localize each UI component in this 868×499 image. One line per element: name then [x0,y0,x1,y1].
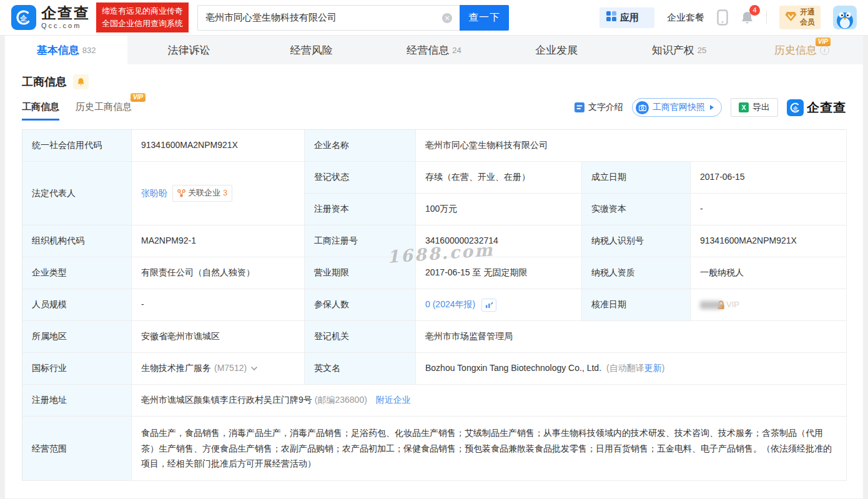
field-label-reg-authority: 登记机关 [305,321,416,353]
qcc-watermark-logo: 企 企查查 [787,99,846,116]
field-label-company-type: 企业类型 [22,257,132,289]
tab-company-development[interactable]: 企业发展 [495,36,618,64]
field-value-credit-code: 91341600MA2NPM921X [132,130,305,162]
field-label-legal-rep: 法定代表人 [22,162,132,225]
top-header: 企 企查查 Qcc.com 缔造有远见的商业传奇 全国企业信用查询系统 ✕ 查一… [0,0,868,36]
field-value-english-name: Bozhou Tongxin Tang Biotechnology Co., L… [416,353,847,385]
field-value-business-scope: 食品生产，食品销售，消毒产品生产，消毒产品销售；足浴药包、化妆品生产销售；艾绒制… [132,417,847,481]
field-value-taxpayer-id: 91341600MA2NPM921X [691,225,847,257]
qcc-logo-icon: 企 [787,99,804,116]
text-intro-button[interactable]: 文字介绍 [575,102,623,113]
legal-rep-link[interactable]: 张盼盼 [141,187,167,200]
subtab-business-info[interactable]: 工商信息 [22,101,59,121]
qcc-logo-icon: 企 [11,5,36,30]
field-label-business-scope: 经营范围 [22,417,132,481]
notification-count-badge: 4 [749,5,760,16]
field-value-insured-count: 0 (2024年报) [416,289,582,321]
field-label-english-name: 英文名 [305,353,416,385]
tab-operation-risk[interactable]: 经营风险 [250,36,373,64]
tab-basic-info[interactable]: 基本信息832 [5,36,127,64]
mobile-app-icon[interactable] [717,9,728,26]
field-value-business-term: 2017-06-15 至 无固定期限 [416,257,582,289]
field-label-region: 所属地区 [22,321,132,353]
user-avatar[interactable] [833,6,857,29]
field-value-company-type: 有限责任公司（自然人独资） [132,257,305,289]
field-label-credit-code: 统一社会信用代码 [22,130,132,162]
search-input[interactable] [197,5,460,31]
vip-badge: VIP [131,93,145,102]
field-label-establish-date: 成立日期 [582,162,691,194]
vip-masked-label: VIP [726,299,739,311]
related-companies-badge[interactable]: 关联企业 3 [172,185,232,201]
tab-intellectual-property[interactable]: 知识产权25 [618,36,740,64]
field-value-taxpayer-quality: 一般纳税人 [691,257,847,289]
field-label-org-code: 组织机构代码 [22,225,132,257]
clear-search-icon[interactable]: ✕ [442,13,452,23]
tab-history-info[interactable]: VIP 历史信息 i [741,36,863,64]
vip-diamond-icon [785,11,797,24]
brand-domain: Qcc.com [41,22,90,29]
field-value-reg-capital: 100万元 [416,194,582,225]
camera-icon [636,101,649,114]
org-chart-icon [177,189,185,197]
export-button[interactable]: X 导出 [731,98,778,117]
field-value-region: 安徽省亳州市谯城区 [132,321,305,353]
page-title: 工商信息 [22,74,67,89]
qcc-logo[interactable]: 企 企查查 Qcc.com [11,5,90,30]
field-value-reg-number: 341600000232714 [416,225,582,257]
brand-name: 企查查 [41,6,90,21]
apps-grid-icon [606,11,616,24]
masked-value [700,301,723,309]
update-translation-link[interactable]: 更新 [644,362,662,375]
field-value-reg-authority: 亳州市市场监督管理局 [416,321,847,353]
notification-bell-icon[interactable]: 4 [741,11,754,25]
field-label-address: 注册地址 [22,385,132,417]
excel-icon: X [739,102,749,112]
svg-text:X: X [741,104,746,111]
field-value-address: 亳州市谯城区颜集镇李庄行政村吴庄门牌9号 (邮编236800) 附近企业 [132,385,847,417]
search-button[interactable]: 查一下 [460,5,509,31]
field-label-taxpayer-id: 纳税人识别号 [582,225,691,257]
vip-badge: VIP [816,37,831,46]
enterprise-package-link[interactable]: 企业套餐 [667,12,704,24]
field-value-establish-date: 2017-06-15 [691,162,847,194]
field-value-org-code: MA2NPM92-1 [132,225,305,257]
field-label-taxpayer-quality: 纳税人资质 [582,257,691,289]
field-label-approval-date: 核准日期 [582,289,691,321]
field-label-insured-count: 参保人数 [305,289,416,321]
field-label-industry: 国标行业 [22,353,132,385]
slogan-banner: 缔造有远见的商业传奇 全国企业信用查询系统 [96,2,189,32]
field-value-staff-size: - [132,289,305,321]
field-label-reg-status: 登记状态 [305,162,416,194]
field-value-paid-capital: - [691,194,847,225]
main-tabbar: 基本信息832 法律诉讼 经营风险 经营信息24 企业发展 知识产权25 VIP… [5,36,863,64]
subtab-history-business-info[interactable]: VIP 历史工商信息 [76,101,132,121]
field-label-business-term: 营业期限 [305,257,416,289]
tab-legal-litigation[interactable]: 法律诉讼 [127,36,250,64]
field-label-company-name: 企业名称 [305,130,416,162]
tab-operation-info[interactable]: 经营信息24 [373,36,495,64]
chevron-down-icon[interactable] [250,366,258,371]
divider [766,11,767,24]
apps-menu[interactable]: 应用 [599,7,654,28]
svg-text:企: 企 [20,14,27,22]
info-icon: i [820,46,829,55]
arrow-right-icon [710,105,714,110]
insured-count-link[interactable]: 0 (2024年报) [425,298,475,312]
field-value-approval-date: VIP [691,289,847,321]
svg-text:企: 企 [793,105,798,111]
apps-label: 应用 [620,12,639,24]
field-value-legal-rep: 张盼盼 关联企业 3 [132,162,305,225]
business-info-table: 统一社会信用代码 91341600MA2NPM921X 企业名称 亳州市同心堂生… [22,129,846,481]
field-value-industry: 生物技术推广服务 (M7512) [132,353,305,385]
field-label-paid-capital: 实缴资本 [582,194,691,225]
open-vip-button[interactable]: 开通 会员 [779,6,821,29]
nearby-companies-link[interactable]: 附近企业 [376,393,411,407]
trend-chart-icon[interactable] [481,299,496,312]
document-icon [575,102,584,112]
field-label-staff-size: 人员规模 [22,289,132,321]
field-value-company-name: 亳州市同心堂生物科技有限公司 [416,130,847,162]
monitor-bell-icon[interactable] [73,74,89,89]
official-snapshot-button[interactable]: 工商官网快照 [632,98,722,117]
field-value-reg-status: 存续（在营、开业、在册） [416,162,582,194]
